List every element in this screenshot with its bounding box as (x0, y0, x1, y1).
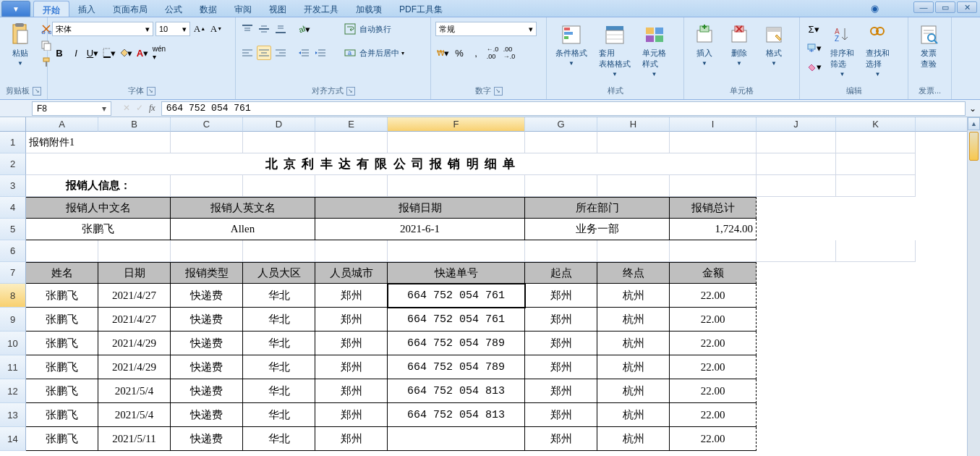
cell[interactable]: 金额 (670, 262, 757, 284)
cell[interactable] (315, 240, 388, 262)
align-middle-button[interactable] (257, 22, 271, 36)
clear-button[interactable]: ▾ (804, 59, 823, 74)
row-header-7[interactable]: 7 (0, 262, 26, 284)
tab-view[interactable]: 视图 (260, 1, 295, 17)
cell[interactable]: 郑州 (525, 403, 597, 427)
cell[interactable] (757, 427, 916, 451)
cell[interactable] (757, 175, 836, 197)
clipboard-launcher[interactable]: ↘ (33, 87, 41, 96)
delete-cells-button[interactable]: 删除▼ (723, 22, 755, 68)
bold-button[interactable]: B (52, 46, 67, 60)
cell[interactable]: 华北 (243, 427, 315, 451)
column-header-I[interactable]: I (670, 117, 757, 132)
cell-styles-button[interactable]: 单元格 样式▼ (638, 22, 670, 79)
cell[interactable] (98, 240, 171, 262)
cell[interactable] (757, 308, 916, 332)
cell[interactable] (670, 175, 757, 197)
cell[interactable] (757, 284, 916, 308)
cell[interactable]: 2021/4/29 (98, 332, 171, 355)
column-header-H[interactable]: H (597, 117, 670, 132)
cell[interactable]: 664 752 054 789 (388, 332, 525, 355)
tab-review[interactable]: 审阅 (226, 1, 260, 17)
cell[interactable]: 郑州 (525, 284, 597, 308)
fill-color-button[interactable]: ▾ (119, 46, 133, 60)
increase-font-button[interactable]: A▲ (192, 22, 207, 36)
cell[interactable]: 杭州 (597, 355, 670, 379)
column-header-C[interactable]: C (171, 117, 243, 132)
cell[interactable] (243, 240, 315, 262)
cell[interactable] (525, 240, 597, 262)
cell[interactable]: 664 752 054 761 (388, 308, 525, 332)
cell[interactable]: 郑州 (525, 332, 597, 355)
cell[interactable] (315, 175, 388, 197)
cell[interactable]: 快递单号 (388, 262, 525, 284)
cell[interactable]: 郑州 (315, 403, 388, 427)
cell[interactable]: 2021/4/29 (98, 355, 171, 379)
cell[interactable]: 2021/5/4 (98, 403, 171, 427)
column-header-E[interactable]: E (315, 117, 388, 132)
cell[interactable]: 2021/4/27 (98, 308, 171, 332)
cell[interactable]: 终点 (597, 262, 670, 284)
cell[interactable]: 杭州 (597, 379, 670, 403)
cell[interactable]: 张鹏飞 (26, 427, 98, 451)
scroll-thumb[interactable] (969, 132, 979, 161)
cell[interactable] (243, 175, 315, 197)
increase-decimal-button[interactable]: ←.0.00 (485, 46, 500, 60)
cell[interactable]: 郑州 (315, 332, 388, 355)
tab-home[interactable]: 开始 (33, 1, 69, 17)
cell[interactable]: 杭州 (597, 284, 670, 308)
cell[interactable]: 22.00 (670, 403, 757, 427)
row-header-14[interactable]: 14 (0, 427, 26, 451)
comma-button[interactable]: , (469, 46, 483, 60)
row-header-6[interactable]: 6 (0, 240, 26, 262)
decrease-indent-button[interactable] (297, 46, 311, 60)
cell[interactable]: 华北 (243, 284, 315, 308)
row-header-9[interactable]: 9 (0, 308, 26, 332)
tab-pdf[interactable]: PDF工具集 (391, 1, 451, 17)
sort-filter-button[interactable]: AZ排序和 筛选▼ (826, 22, 858, 79)
cell[interactable]: 人员大区 (243, 262, 315, 284)
row-header-2[interactable]: 2 (0, 153, 26, 175)
row-header-10[interactable]: 10 (0, 332, 26, 355)
cell[interactable]: 郑州 (315, 355, 388, 379)
cell[interactable]: 2021-6-1 (315, 219, 525, 240)
cell[interactable]: 22.00 (670, 427, 757, 451)
cell[interactable]: 杭州 (597, 427, 670, 451)
restore-button[interactable]: ▭ (935, 1, 955, 13)
cell[interactable]: 报销人英文名 (171, 197, 315, 219)
cell[interactable]: 报销附件1 (26, 132, 171, 153)
cell[interactable]: 22.00 (670, 355, 757, 379)
cell[interactable] (388, 240, 525, 262)
merge-center-icon[interactable]: a (343, 46, 357, 60)
cell[interactable]: 2021/5/11 (98, 427, 171, 451)
cell[interactable] (243, 132, 315, 153)
cell[interactable]: 杭州 (597, 308, 670, 332)
cell[interactable] (315, 132, 388, 153)
cell[interactable] (597, 132, 670, 153)
cell[interactable]: 664 752 054 813 (388, 379, 525, 403)
cell[interactable] (525, 132, 597, 153)
number-format-combo[interactable]: 常规▾ (435, 22, 537, 36)
cell[interactable]: 郑州 (525, 427, 597, 451)
cell[interactable] (26, 240, 98, 262)
cell[interactable]: 杭州 (597, 403, 670, 427)
cell[interactable]: 北 京 利 丰 达 有 限 公 司 报 销 明 细 单 (26, 153, 757, 175)
orientation-button[interactable]: ab▾ (297, 22, 311, 36)
cell[interactable]: 郑州 (525, 379, 597, 403)
cell[interactable]: 快递费 (171, 427, 243, 451)
underline-button[interactable]: U▾ (85, 46, 100, 60)
cell[interactable]: 快递费 (171, 308, 243, 332)
cell[interactable] (757, 240, 836, 262)
invoice-check-button[interactable]: 发票 查验 (913, 22, 945, 71)
cell[interactable]: 郑州 (315, 379, 388, 403)
cell[interactable]: 报销日期 (315, 197, 525, 219)
close-button[interactable]: ✕ (957, 1, 977, 13)
tab-insert[interactable]: 插入 (69, 1, 104, 17)
fill-button[interactable]: ▾ (804, 41, 823, 55)
cell[interactable]: 664 752 054 789 (388, 355, 525, 379)
tab-dev[interactable]: 开发工具 (295, 1, 347, 17)
cell[interactable]: 华北 (243, 308, 315, 332)
cell[interactable] (171, 240, 243, 262)
cell[interactable]: 报销人中文名 (26, 197, 171, 219)
cell[interactable]: 郑州 (315, 284, 388, 308)
